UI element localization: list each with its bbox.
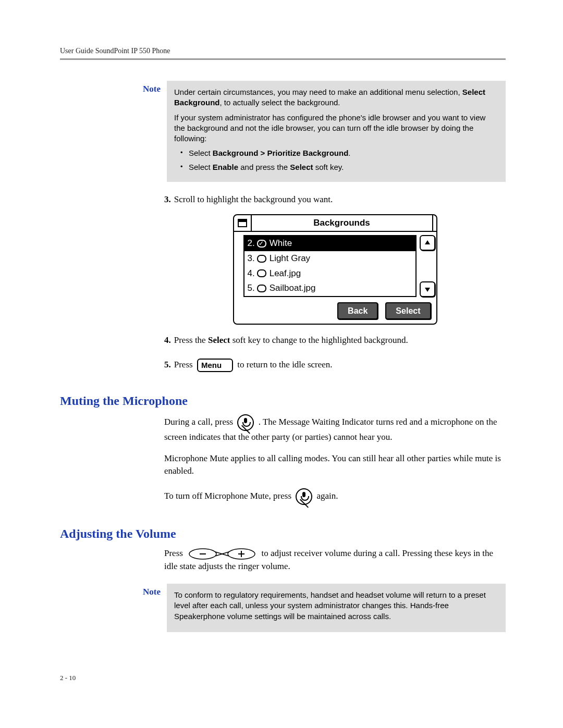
note1-p1b: , to actually select the background.	[220, 98, 340, 107]
item-num: 5.	[248, 282, 255, 295]
step-3-num: 3.	[164, 194, 171, 204]
list-item: 4. Leaf.jpg	[244, 266, 415, 281]
note1-b2-bold2: Select	[290, 163, 313, 171]
vol-p1a: Press	[164, 548, 185, 558]
volume-keys-icon	[188, 547, 256, 560]
vol-p1: Press to adjust receiver volume during a…	[164, 547, 506, 573]
step-5a: Press	[174, 360, 195, 369]
step-3-text: Scroll to highlight the background you w…	[174, 194, 333, 204]
note1-b2mid: and press the	[238, 163, 290, 171]
softkey-select: Select	[385, 302, 431, 319]
step-5b: to return to the idle screen.	[235, 360, 332, 369]
note-label: Note	[130, 81, 161, 182]
step-3: 3.Scroll to highlight the background you…	[164, 193, 506, 206]
step-4: 4.Press the Select soft key to change to…	[164, 334, 506, 347]
item-label: White	[270, 237, 292, 250]
heading-muting: Muting the Microphone	[60, 394, 506, 408]
note1-b2-bold1: Enable	[213, 163, 238, 171]
note1-b1b: .	[348, 149, 350, 157]
note1-b2a: Select	[189, 163, 213, 171]
note1-b1a: Select	[189, 149, 213, 157]
step-4-num: 4.	[164, 335, 171, 345]
step-4-bold: Select	[208, 335, 230, 345]
list-item: 5. Sailboat.jpg	[244, 281, 415, 296]
checked-icon	[257, 240, 266, 248]
note-label: Note	[130, 584, 161, 632]
item-num: 3.	[248, 252, 255, 265]
mute-p3a: To turn off Microphone Mute, press	[164, 491, 293, 501]
note-1: Note Under certain circumstances, you ma…	[130, 81, 506, 182]
step-5: 5.Press Menu to return to the idle scree…	[164, 359, 506, 372]
mute-p3: To turn off Microphone Mute, press again…	[164, 488, 506, 505]
note-body: Under certain circumstances, you may nee…	[167, 81, 506, 182]
note1-p1a: Under certain circumstances, you may nee…	[174, 88, 462, 96]
step-4b: soft key to change to the highlighted ba…	[230, 335, 408, 345]
header-divider	[60, 58, 506, 60]
mute-button-icon	[296, 488, 312, 505]
item-num: 2.	[248, 237, 255, 250]
scroll-down-icon	[420, 281, 435, 297]
mute-p3b: again.	[314, 491, 338, 501]
heading-volume: Adjusting the Volume	[60, 527, 506, 541]
item-label: Sailboat.jpg	[270, 282, 316, 295]
screen-list: 2. White 3. Light Gray 4. Leaf.jpg 5. Sa…	[243, 235, 417, 297]
menu-key-icon: Menu	[197, 359, 233, 372]
screen-title: Backgrounds	[252, 215, 433, 231]
note1-p2: If your system administrator has configu…	[174, 113, 498, 144]
phone-lcd-screenshot: Backgrounds 2. White 3. Light Gray 4. Le…	[233, 214, 437, 325]
radio-icon	[257, 269, 266, 277]
page-number: 2 - 10	[60, 674, 76, 682]
list-item: 3. Light Gray	[244, 251, 415, 266]
radio-icon	[257, 255, 266, 263]
home-icon	[234, 215, 252, 231]
step-4a: Press the	[174, 335, 208, 345]
note-body: To conform to regulatory requirements, h…	[167, 584, 506, 632]
scroll-up-icon	[420, 235, 435, 251]
note1-b2b: soft key.	[313, 163, 344, 171]
softkey-back: Back	[337, 302, 378, 319]
svg-rect-1	[238, 219, 247, 222]
step-5-num: 5.	[164, 360, 171, 369]
list-item: 2. White	[244, 236, 415, 251]
mute-p1a: During a call, press	[164, 417, 235, 427]
radio-icon	[257, 285, 266, 292]
note-2: Note To conform to regulatory requiremen…	[130, 584, 506, 632]
running-header: User Guide SoundPoint IP 550 Phone	[60, 47, 506, 55]
note2-p1: To conform to regulatory requirements, h…	[174, 590, 498, 622]
item-label: Light Gray	[270, 252, 310, 265]
item-num: 4.	[248, 267, 255, 280]
mute-p1: During a call, press . The Message Waiti…	[164, 414, 506, 444]
mute-p2: Microphone Mute applies to all calling m…	[164, 452, 506, 478]
mute-button-icon	[237, 414, 254, 431]
note1-b1-bold: Background > Prioritize Background	[213, 149, 348, 157]
item-label: Leaf.jpg	[270, 267, 301, 280]
